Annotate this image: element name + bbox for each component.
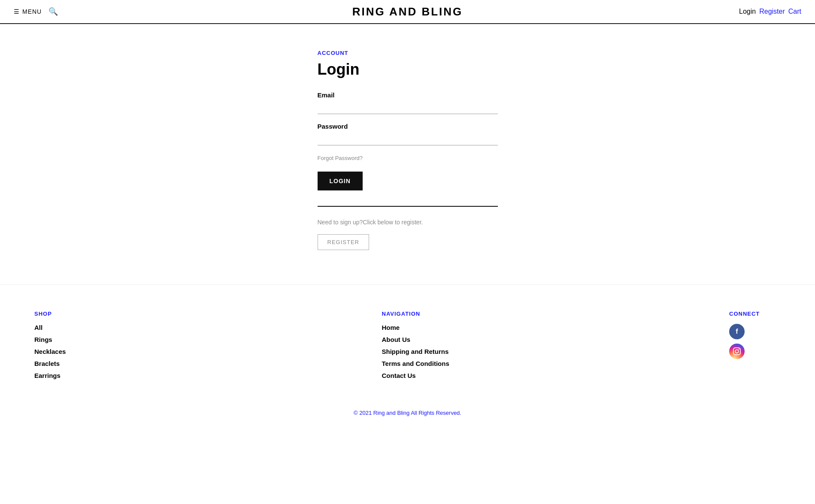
list-item: Rings: [34, 336, 112, 344]
footer-shop-column: SHOP All Rings Necklaces Braclets Earrin…: [34, 311, 112, 384]
forgot-password-link[interactable]: Forgot Password?: [318, 155, 363, 161]
email-group: Email: [318, 91, 498, 114]
password-label: Password: [318, 123, 498, 130]
nav-link-terms[interactable]: Terms and Conditions: [382, 360, 449, 367]
shop-links: All Rings Necklaces Braclets Earrings: [34, 324, 112, 380]
navigation-heading: NAVIGATION: [382, 311, 459, 317]
register-button[interactable]: REGISTER: [318, 234, 369, 250]
shop-heading: SHOP: [34, 311, 112, 317]
email-input[interactable]: [318, 101, 498, 114]
login-button[interactable]: LOGIN: [318, 172, 363, 190]
list-item: All: [34, 324, 112, 332]
password-group: Password: [318, 123, 498, 145]
breadcrumb: ACCOUNT: [318, 50, 498, 56]
navigation-links: Home About Us Shipping and Returns Terms…: [382, 324, 459, 380]
site-title: RING AND BLING: [352, 5, 463, 18]
password-input[interactable]: [318, 133, 498, 145]
register-prompt: Need to sign up?Click below to register.: [318, 219, 498, 226]
search-icon[interactable]: 🔍: [48, 7, 58, 16]
list-item: Terms and Conditions: [382, 360, 459, 368]
email-label: Email: [318, 91, 498, 99]
list-item: Necklaces: [34, 348, 112, 356]
instagram-icon[interactable]: [729, 344, 745, 359]
menu-button[interactable]: ☰ MENU: [14, 8, 42, 15]
shop-link-braclets[interactable]: Braclets: [34, 360, 60, 367]
footer-connect-column: CONNECT f: [729, 311, 781, 384]
login-form-container: ACCOUNT Login Email Password Forgot Pass…: [318, 50, 498, 250]
nav-link-shipping[interactable]: Shipping and Returns: [382, 348, 449, 355]
nav-link-about[interactable]: About Us: [382, 336, 411, 343]
nav-link-contact[interactable]: Contact Us: [382, 372, 416, 379]
register-link[interactable]: Register: [759, 8, 785, 15]
shop-link-rings[interactable]: Rings: [34, 336, 52, 343]
list-item: Braclets: [34, 360, 112, 368]
list-item: About Us: [382, 336, 459, 344]
hamburger-icon: ☰: [14, 8, 20, 15]
shop-link-earrings[interactable]: Earrings: [34, 372, 61, 379]
footer-navigation-column: NAVIGATION Home About Us Shipping and Re…: [382, 311, 459, 384]
list-item: Shipping and Returns: [382, 348, 459, 356]
login-link[interactable]: Login: [739, 8, 756, 15]
cart-link[interactable]: Cart: [788, 8, 801, 15]
list-item: Home: [382, 324, 459, 332]
footer: SHOP All Rings Necklaces Braclets Earrin…: [0, 284, 815, 433]
connect-heading: CONNECT: [729, 311, 781, 317]
page-title: Login: [318, 60, 498, 78]
footer-copyright: © 2021 Ring and Bling All Rights Reserve…: [34, 401, 781, 416]
menu-label: MENU: [22, 8, 42, 15]
list-item: Contact Us: [382, 372, 459, 380]
section-divider: [318, 206, 498, 207]
facebook-icon[interactable]: f: [729, 324, 745, 339]
list-item: Earrings: [34, 372, 112, 380]
shop-link-all[interactable]: All: [34, 324, 42, 331]
shop-link-necklaces[interactable]: Necklaces: [34, 348, 66, 355]
nav-link-home[interactable]: Home: [382, 324, 400, 331]
